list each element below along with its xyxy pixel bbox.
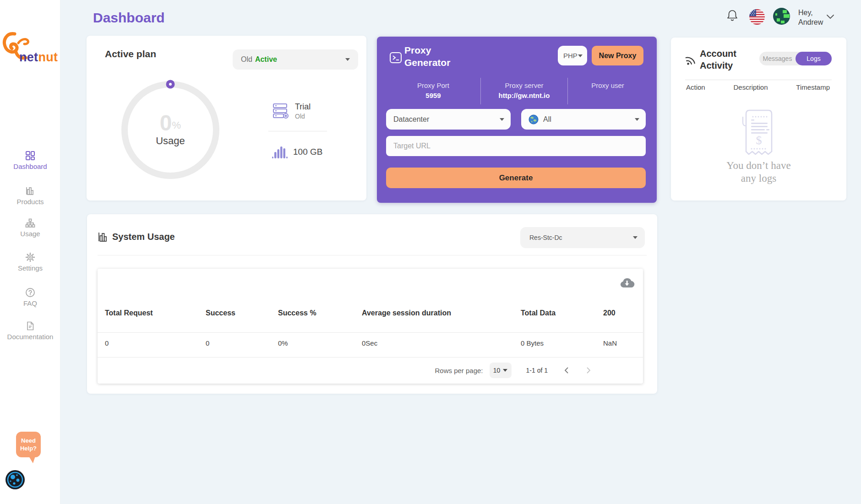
usage-table-card: Total Request Success Success % Average … (98, 269, 643, 384)
proxy-generator-title-line: Generator (404, 56, 450, 69)
user-menu-chevron-down-icon[interactable] (826, 13, 834, 22)
greeting-line: Hey, (798, 8, 823, 17)
plan-type: Trial (295, 102, 311, 112)
active-plan-title: Active plan (105, 49, 156, 60)
sidebar-item-label: Products (0, 198, 60, 206)
need-help-label: Help? (20, 445, 37, 452)
column-avg-session-duration: Average session duration (362, 309, 521, 317)
column-success: Success (206, 309, 278, 317)
usage-table-header-row: Total Request Success Success % Average … (98, 309, 643, 317)
next-page-button[interactable] (585, 367, 592, 374)
account-activity-card: Account Activity Messages Logs Action De… (671, 38, 846, 201)
plan-select[interactable]: Old Active (233, 49, 358, 70)
rows-per-page-label: Rows per page: (435, 367, 483, 374)
chevron-down-icon (500, 118, 504, 121)
chevron-down-icon (345, 58, 350, 61)
previous-page-button[interactable] (563, 367, 570, 374)
new-proxy-button[interactable]: New Proxy (592, 46, 643, 65)
sidebar-item-documentation[interactable]: Documentation (0, 321, 60, 341)
sidebar-item-faq[interactable]: FAQ (0, 287, 60, 307)
sidebar-item-products[interactable]: Products (0, 186, 60, 206)
chevron-down-icon (503, 369, 507, 372)
proxy-generator-card: Proxy Generator PHP New Proxy Proxy Port… (377, 37, 657, 203)
sidebar: netnut Dashboard Products Usage (0, 0, 60, 504)
activity-toggle: Messages Logs (759, 52, 832, 65)
globe-icon (529, 114, 539, 125)
sidebar-item-label: Settings (0, 264, 60, 272)
need-help-button[interactable]: Need Help? (16, 432, 41, 457)
sidebar-item-label: Usage (0, 230, 60, 238)
column-total-request: Total Request (105, 309, 206, 317)
tab-logs[interactable]: Logs (796, 52, 832, 65)
rows-per-page-select[interactable]: 10 (490, 363, 512, 378)
account-activity-title-line: Activity (700, 60, 736, 71)
cookie-icon (5, 469, 26, 490)
sidebar-item-settings[interactable]: Settings (0, 252, 60, 272)
sidebar-item-usage[interactable]: Usage (0, 218, 60, 238)
proxy-port-label: Proxy Port (386, 81, 480, 89)
usage-filter-value: Res-Stc-Dc (529, 234, 562, 241)
country-select[interactable]: All (521, 109, 646, 130)
column-total-data: Total Data (521, 309, 603, 317)
table-pagination: Rows per page: 10 1-1 of 1 (98, 357, 643, 384)
sidebar-item-label: FAQ (0, 299, 60, 307)
column-timestamp: Timestamp (796, 83, 830, 91)
divider (268, 131, 327, 131)
need-help-label: Need (21, 437, 36, 444)
page-title: Dashboard (93, 10, 165, 26)
cloud-download-icon[interactable] (619, 276, 635, 291)
system-usage-title: System Usage (112, 232, 175, 242)
plan-subtype: Old (295, 113, 311, 120)
rows-per-page-value: 10 (493, 367, 501, 374)
proxy-server-label: Proxy server (481, 81, 567, 89)
usage-percent-sign: % (172, 119, 181, 131)
proxy-type-select[interactable]: Datacenter (386, 109, 511, 130)
sidebar-item-dashboard[interactable]: Dashboard (0, 151, 60, 170)
plan-data-row: 100 GB (271, 145, 322, 159)
divider (685, 80, 832, 80)
column-200: 200 (603, 309, 636, 317)
cookie-settings-button[interactable] (5, 469, 26, 490)
language-select[interactable]: PHP (558, 46, 587, 65)
plan-select-status: Active (255, 55, 277, 64)
greeting-line: Andrew (798, 17, 823, 27)
data-amount: 100 GB (293, 147, 322, 157)
faq-question-icon (0, 287, 60, 298)
language-select-value: PHP (563, 52, 578, 60)
documentation-file-icon (0, 321, 60, 331)
cell-total-request: 0 (105, 339, 206, 347)
usage-filter-select[interactable]: Res-Stc-Dc (520, 227, 645, 248)
user-avatar[interactable] (773, 8, 790, 27)
country-select-value: All (543, 115, 551, 124)
chevron-down-icon (635, 118, 639, 121)
sidebar-item-label: Documentation (0, 333, 60, 341)
proxy-user-label: Proxy user (568, 81, 648, 89)
language-us-flag-icon[interactable] (749, 9, 765, 27)
divider (98, 332, 643, 333)
cell-total-data: 0 Bytes (521, 339, 603, 347)
notifications-bell-icon[interactable] (726, 9, 738, 24)
svg-text:$: $ (756, 134, 762, 147)
activity-column-headers: Action Description Timestamp (686, 83, 830, 91)
cell-200: NaN (603, 339, 636, 347)
terminal-icon (389, 51, 402, 66)
plan-select-prefix: Old (241, 55, 252, 64)
usage-percent-value: 0 (160, 113, 172, 133)
netnut-logo[interactable]: netnut (2, 29, 60, 66)
tab-messages[interactable]: Messages (759, 52, 796, 65)
proxy-info-row: Proxy Port 5959 Proxy server http://gw.n… (386, 78, 648, 104)
bar-chart-icon (98, 232, 109, 244)
usage-icon (0, 218, 60, 228)
empty-logs-line: You don’t have (671, 159, 846, 172)
proxy-user-column: Proxy user (567, 78, 648, 104)
column-action: Action (686, 83, 705, 91)
dashboard-icon (0, 151, 60, 161)
proxy-port-value: 5959 (386, 92, 480, 99)
chevron-down-icon (578, 54, 583, 57)
proxy-generator-title-line: Proxy (404, 44, 450, 56)
system-usage-card: System Usage Res-Stc-Dc Total Request Su… (87, 214, 657, 394)
divider (98, 255, 647, 255)
generate-button[interactable]: Generate (386, 168, 646, 188)
target-url-input[interactable] (386, 136, 646, 156)
user-greeting: Hey, Andrew (798, 8, 823, 27)
